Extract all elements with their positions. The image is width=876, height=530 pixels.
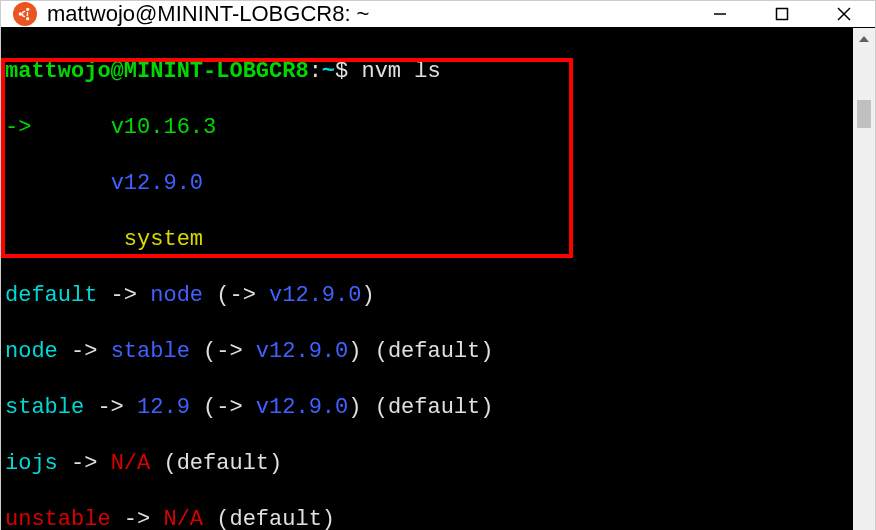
close-button[interactable] <box>813 1 875 27</box>
alias-node: node <box>5 339 58 364</box>
prompt-sep: : <box>309 59 322 84</box>
output-line-iojs: iojs -> N/A (default) <box>5 450 849 478</box>
stable-version: v12.9.0 <box>256 395 348 420</box>
ubuntu-icon <box>13 2 37 26</box>
terminal-content[interactable]: mattwojo@MININT-LOBGCR8:~$ nvm ls -> v10… <box>1 28 853 530</box>
scroll-up-button[interactable] <box>853 28 875 50</box>
version-10: v10.16.3 <box>111 115 217 140</box>
current-arrow: -> <box>5 115 31 140</box>
node-version: v12.9.0 <box>256 339 348 364</box>
output-line-current: -> v10.16.3 <box>5 114 849 142</box>
svg-rect-4 <box>777 9 788 20</box>
alias-iojs: iojs <box>5 451 58 476</box>
stable-label: stable <box>111 339 190 364</box>
output-line-default: default -> node (-> v12.9.0) <box>5 282 849 310</box>
output-line-stable: stable -> 12.9 (-> v12.9.0) (default) <box>5 394 849 422</box>
terminal-window: mattwojo@MININT-LOBGCR8: ~ mattwojo@MINI… <box>0 0 876 530</box>
iojs-na: N/A <box>111 451 151 476</box>
window-title: mattwojo@MININT-LOBGCR8: ~ <box>47 1 689 27</box>
prompt-line-1: mattwojo@MININT-LOBGCR8:~$ nvm ls <box>5 58 849 86</box>
window-controls <box>689 1 875 27</box>
output-line-v12: v12.9.0 <box>5 170 849 198</box>
version-12: v12.9.0 <box>111 171 203 196</box>
node-label: node <box>150 283 203 308</box>
output-line-system: system <box>5 226 849 254</box>
stable-num: 12.9 <box>137 395 190 420</box>
output-line-unstable: unstable -> N/A (default) <box>5 506 849 530</box>
alias-unstable: unstable <box>5 507 111 530</box>
scroll-thumb[interactable] <box>857 100 871 128</box>
scrollbar[interactable] <box>853 28 875 530</box>
terminal-area: mattwojo@MININT-LOBGCR8:~$ nvm ls -> v10… <box>1 28 875 530</box>
system-label: system <box>124 227 203 252</box>
maximize-button[interactable] <box>751 1 813 27</box>
default-version: v12.9.0 <box>269 283 361 308</box>
svg-point-0 <box>19 12 22 15</box>
unstable-na: N/A <box>163 507 203 530</box>
prompt-user-host: mattwojo@MININT-LOBGCR8 <box>5 59 309 84</box>
command-text: nvm ls <box>361 59 440 84</box>
svg-point-2 <box>26 17 29 20</box>
output-line-node: node -> stable (-> v12.9.0) (default) <box>5 338 849 366</box>
alias-default: default <box>5 283 97 308</box>
minimize-button[interactable] <box>689 1 751 27</box>
titlebar[interactable]: mattwojo@MININT-LOBGCR8: ~ <box>1 1 875 28</box>
prompt-dollar: $ <box>335 59 348 84</box>
alias-stable: stable <box>5 395 84 420</box>
prompt-path: ~ <box>322 59 335 84</box>
svg-point-1 <box>26 8 29 11</box>
